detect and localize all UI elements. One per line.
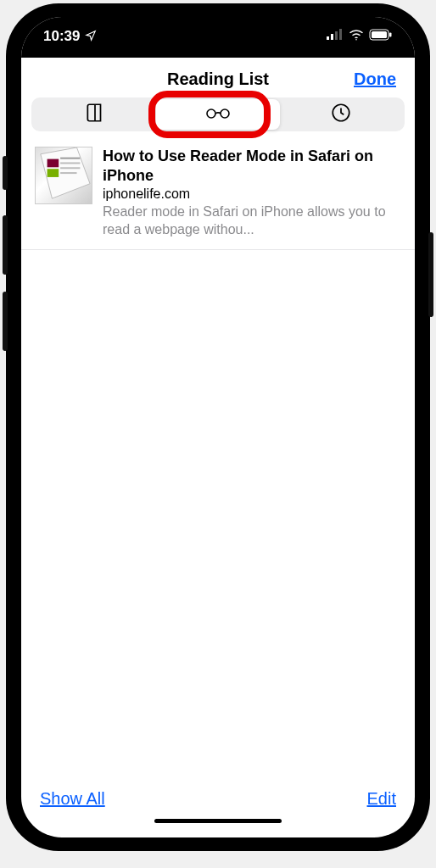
glasses-icon bbox=[204, 103, 232, 125]
svg-rect-7 bbox=[389, 33, 392, 37]
svg-rect-6 bbox=[372, 31, 387, 38]
svg-rect-12 bbox=[48, 159, 59, 168]
clock-icon bbox=[330, 102, 352, 128]
screen: 10:39 Reading List Done bbox=[21, 17, 415, 837]
cell-signal-icon bbox=[327, 28, 344, 45]
power-button bbox=[428, 232, 433, 317]
tab-history[interactable] bbox=[280, 99, 403, 130]
svg-rect-0 bbox=[327, 36, 329, 40]
svg-rect-3 bbox=[339, 29, 342, 40]
nav-header: Reading List Done bbox=[21, 58, 415, 97]
mute-switch bbox=[3, 156, 8, 190]
notch bbox=[129, 17, 307, 42]
tab-reading-list[interactable] bbox=[156, 99, 279, 130]
phone-frame: 10:39 Reading List Done bbox=[6, 3, 430, 851]
reading-list[interactable]: How to Use Reader Mode in Safari on iPho… bbox=[21, 138, 415, 777]
svg-point-8 bbox=[207, 109, 215, 118]
status-time: 10:39 bbox=[43, 28, 80, 45]
edit-button[interactable]: Edit bbox=[367, 789, 396, 809]
segmented-control-wrap bbox=[21, 97, 415, 138]
bottom-toolbar: Show All Edit bbox=[21, 777, 415, 812]
book-icon bbox=[84, 102, 106, 128]
svg-rect-16 bbox=[60, 167, 80, 169]
page-title: Reading List bbox=[36, 70, 400, 89]
svg-rect-2 bbox=[335, 31, 338, 40]
svg-point-9 bbox=[221, 109, 229, 118]
done-button[interactable]: Done bbox=[354, 70, 396, 89]
location-arrow-icon bbox=[85, 30, 97, 44]
svg-rect-15 bbox=[60, 162, 80, 164]
article-thumbnail bbox=[35, 147, 92, 204]
home-indicator[interactable] bbox=[21, 812, 415, 837]
svg-point-4 bbox=[355, 39, 357, 41]
show-all-button[interactable]: Show All bbox=[40, 789, 105, 809]
volume-up-button bbox=[3, 215, 8, 275]
list-item-text: How to Use Reader Mode in Safari on iPho… bbox=[103, 147, 401, 239]
article-preview: Reader mode in Safari on iPhone allows y… bbox=[103, 203, 401, 239]
svg-rect-1 bbox=[331, 34, 333, 40]
article-domain: iphonelife.com bbox=[103, 186, 401, 202]
svg-rect-13 bbox=[48, 169, 59, 177]
tab-bookmarks[interactable] bbox=[33, 99, 156, 130]
wifi-icon bbox=[349, 28, 364, 45]
volume-down-button bbox=[3, 292, 8, 351]
svg-rect-14 bbox=[60, 158, 80, 159]
article-title: How to Use Reader Mode in Safari on iPho… bbox=[103, 147, 401, 185]
list-item[interactable]: How to Use Reader Mode in Safari on iPho… bbox=[21, 138, 415, 250]
segmented-control bbox=[31, 97, 405, 131]
svg-rect-17 bbox=[60, 172, 76, 174]
battery-icon bbox=[369, 28, 393, 45]
